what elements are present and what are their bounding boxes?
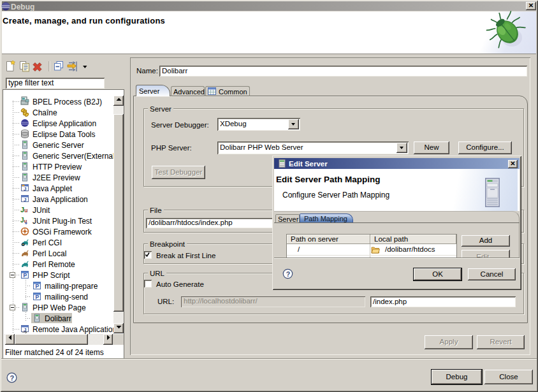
svg-text:P: P [24, 272, 27, 279]
svg-text:?: ? [10, 374, 15, 382]
svg-text:J: J [24, 186, 26, 192]
svg-text:?: ? [286, 270, 290, 278]
svg-text:P: P [36, 283, 40, 289]
svg-text:u: u [24, 207, 28, 214]
svg-text:J: J [24, 197, 26, 203]
svg-text:P: P [36, 294, 40, 300]
